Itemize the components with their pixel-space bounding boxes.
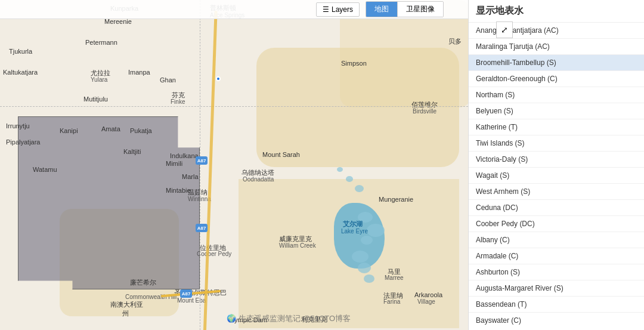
list-item[interactable]: Northam (S) xyxy=(469,87,644,103)
label-sa-zh: 南澳大利亚 xyxy=(110,300,143,309)
list-item[interactable]: Belyuen (S) xyxy=(469,103,644,119)
label-commonwealthhill-zh: 廉芒希尔 xyxy=(130,278,156,287)
list-item[interactable]: Maralinga Tjarutja (AC) xyxy=(469,39,644,55)
toolbar: ☰ Layers 地图 卫星图像 xyxy=(0,0,468,19)
list-item[interactable]: Bassendean (T) xyxy=(469,297,644,313)
label-beido: 贝多 xyxy=(448,37,462,46)
label-mimili: Mimili xyxy=(166,160,182,167)
label-kaltukatjara: Kaltukatjara xyxy=(3,69,38,76)
label-mount-sarah: Mount Sarah xyxy=(262,151,300,158)
panel-title: 显示地表水 xyxy=(469,0,644,23)
label-arkaroola: Arkaroola xyxy=(414,291,442,298)
map-container: A87 A87 A87 Kunparka 普林斯顿 Alice Springs … xyxy=(0,0,644,330)
list-item[interactable]: Ceduna (DC) xyxy=(469,200,644,216)
label-lake-eyre: Lake Eyre xyxy=(341,228,368,235)
list-item[interactable]: Broomehill-Tambellup (S) xyxy=(469,55,644,71)
label-farina: Farina xyxy=(383,298,400,305)
tab-map[interactable]: 地图 xyxy=(366,2,398,17)
list-item[interactable]: West Arnhem (S) xyxy=(469,184,644,200)
label-mutitjulu: Mutitjulu xyxy=(83,95,108,103)
list-item[interactable]: Wagait (S) xyxy=(469,168,644,184)
layers-button[interactable]: ☰ Layers xyxy=(316,2,360,17)
right-panel: 显示地表水 Anangu Pitjantjatjara (AC)Maraling… xyxy=(468,0,644,330)
label-birdsville: Birdsville xyxy=(413,108,436,115)
label-pukatja: Pukatja xyxy=(130,127,152,134)
label-amata: Amata xyxy=(101,125,120,132)
label-kanipi: Kanipi xyxy=(60,127,78,134)
watermark-text: 🌍 生态遥感监测笔记 @51CTO博客 xyxy=(227,314,351,323)
label-marree: Marree xyxy=(385,275,404,281)
label-finke: Finke xyxy=(171,98,185,105)
territory-border-h xyxy=(0,106,468,107)
list-item[interactable]: Albany (C) xyxy=(469,232,644,248)
list-item[interactable]: Armadale (C) xyxy=(469,248,644,264)
water-body-5 xyxy=(358,263,371,273)
label-village: Village xyxy=(417,298,435,305)
list-item[interactable]: Geraldton-Greenough (C) xyxy=(469,71,644,87)
region-list[interactable]: Anangu Pitjantjatjara (AC)Maralinga Tjar… xyxy=(469,23,644,328)
water-body-2 xyxy=(367,224,385,237)
label-imanpa: Imanpa xyxy=(128,69,150,76)
label-mungeranie: Mungeranie xyxy=(379,196,413,203)
label-indulkana: Indulkana xyxy=(170,152,199,159)
alice-springs-dot xyxy=(216,76,221,81)
water-body-6 xyxy=(364,275,374,283)
list-item[interactable]: Augusta-Margaret River (S) xyxy=(469,280,644,297)
label-petermann: Petermann xyxy=(85,39,117,46)
road-sign-a87-3: A87 xyxy=(180,289,192,298)
list-item[interactable]: Katherine (T) xyxy=(469,119,644,135)
road-sign-a87-2: A87 xyxy=(196,224,208,232)
label-simpson: Simpson xyxy=(341,60,367,67)
list-item[interactable]: Tiwi Islands (S) xyxy=(469,135,644,152)
label-lake-eyre-zh: 艾尔湖 xyxy=(343,220,363,229)
watermark: 🌍 生态遥感监测笔记 @51CTO博客 xyxy=(227,313,351,324)
list-item[interactable]: Victoria-Daly (S) xyxy=(469,152,644,168)
label-yulara: Yulara xyxy=(91,76,107,83)
label-marla: Marla xyxy=(182,173,199,180)
label-oodnadatta: Oodnadatta xyxy=(243,176,274,183)
layers-label: Layers xyxy=(332,5,353,14)
label-cooberpedy: Coober Pedy xyxy=(197,251,231,257)
label-kaltjiti: Kaltjiti xyxy=(123,148,141,155)
layers-icon: ☰ xyxy=(323,5,329,14)
label-pipalyatjara: Pipalyatjara xyxy=(6,138,40,146)
fullscreen-button[interactable]: ⤢ xyxy=(496,21,513,38)
list-item[interactable]: Anangu Pitjantjatjara (AC) xyxy=(469,23,644,39)
water-body-3 xyxy=(361,236,373,245)
label-williamcreek: William Creek xyxy=(279,242,316,249)
tab-satellite[interactable]: 卫星图像 xyxy=(398,2,443,17)
territory-border-v xyxy=(200,0,200,330)
list-item[interactable]: Bayswater (C) xyxy=(469,313,644,328)
map-type-tabs: 地图 卫星图像 xyxy=(366,1,444,17)
road-sign-a87-1: A87 xyxy=(196,156,208,165)
label-sa-zh2: 州 xyxy=(122,309,129,318)
water-body-7 xyxy=(355,185,364,192)
label-irrunytju: Irrunytju xyxy=(6,122,30,129)
water-body-9 xyxy=(337,167,343,172)
water-body-4 xyxy=(352,251,369,263)
selected-region xyxy=(18,116,200,289)
label-mounteba: Mount Eba xyxy=(177,297,206,304)
list-item[interactable]: Ashburton (S) xyxy=(469,264,644,280)
water-body-8 xyxy=(346,176,353,182)
label-tjukurla: Tjukurla xyxy=(9,48,32,55)
label-ghan: Ghan xyxy=(160,76,176,84)
label-watamu: Watamu xyxy=(33,166,57,173)
label-mintabie: Mintabie xyxy=(166,187,191,194)
list-item[interactable]: Coober Pedy (DC) xyxy=(469,216,644,232)
